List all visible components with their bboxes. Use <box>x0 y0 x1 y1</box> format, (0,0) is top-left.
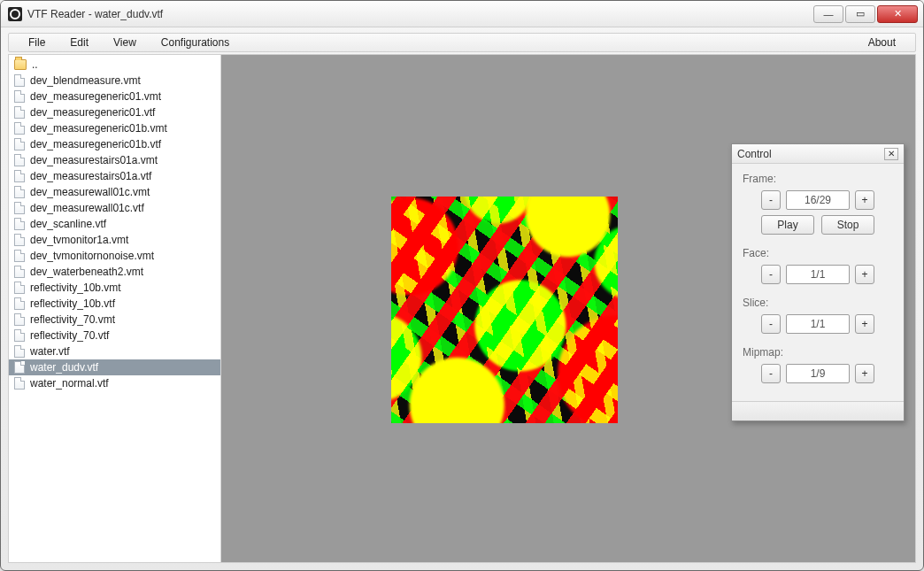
window-buttons: — ▭ ✕ <box>813 5 918 23</box>
mipmap-group: Mipmap: - 1/9 + <box>743 346 893 383</box>
file-item[interactable]: water.vtf <box>9 343 220 359</box>
file-item-label: dev_measurewall01c.vtf <box>30 202 144 214</box>
maximize-button[interactable]: ▭ <box>845 5 875 23</box>
menu-edit[interactable]: Edit <box>58 35 101 50</box>
file-icon <box>14 74 25 87</box>
file-item[interactable]: reflectivity_70.vmt <box>9 312 220 328</box>
control-panel-title: Control <box>737 148 772 160</box>
control-panel-close[interactable]: ✕ <box>884 148 898 160</box>
file-icon <box>14 377 25 390</box>
file-icon <box>14 313 25 326</box>
face-group: Face: - 1/1 + <box>743 247 893 284</box>
file-icon <box>14 250 25 262</box>
window-frame: VTF Reader - water_dudv.vtf — ▭ ✕ File E… <box>0 0 924 571</box>
file-icon <box>14 90 25 103</box>
file-item[interactable]: reflectivity_10b.vtf <box>9 296 220 312</box>
menu-about[interactable]: About <box>856 35 908 50</box>
texture-viewport: Control ✕ Frame: - 16/29 + Play Stop <box>221 55 915 562</box>
mipmap-value[interactable]: 1/9 <box>786 364 850 383</box>
slice-increment[interactable]: + <box>855 314 874 334</box>
mipmap-label: Mipmap: <box>743 346 893 359</box>
file-item[interactable]: reflectivity_70.vtf <box>9 328 220 343</box>
file-item-label: water.vtf <box>30 345 70 358</box>
slice-label: Slice: <box>743 297 893 309</box>
menu-config[interactable]: Configurations <box>149 35 242 50</box>
file-icon <box>14 106 25 119</box>
file-item-label: dev_waterbeneath2.vmt <box>30 266 143 278</box>
face-decrement[interactable]: - <box>761 265 781 284</box>
close-button[interactable]: ✕ <box>877 5 918 23</box>
file-item-label: reflectivity_10b.vtf <box>30 297 115 310</box>
file-item-label: dev_measuregeneric01b.vtf <box>30 138 161 150</box>
file-icon <box>14 154 25 166</box>
file-item[interactable]: dev_measurewall01c.vmt <box>9 184 220 200</box>
menu-file[interactable]: File <box>16 35 58 50</box>
menu-bar: File Edit View Configurations About <box>8 33 916 52</box>
file-item[interactable]: dev_scanline.vtf <box>9 216 220 232</box>
file-icon <box>14 282 25 294</box>
file-icon <box>14 138 25 150</box>
face-value[interactable]: 1/1 <box>786 265 850 284</box>
file-item[interactable]: dev_tvmonitornonoise.vmt <box>9 248 220 264</box>
frame-group: Frame: - 16/29 + Play Stop <box>743 173 893 235</box>
file-icon <box>14 297 25 310</box>
file-item[interactable]: dev_measurestairs01a.vtf <box>9 168 220 184</box>
file-item[interactable]: dev_blendmeasure.vmt <box>9 73 220 89</box>
file-icon <box>14 329 25 342</box>
file-item-label: dev_measuregeneric01.vmt <box>30 90 161 103</box>
mipmap-increment[interactable]: + <box>855 364 874 383</box>
file-item[interactable]: dev_measuregeneric01b.vtf <box>9 136 220 152</box>
file-item[interactable]: water_normal.vtf <box>9 375 220 391</box>
title-bar: VTF Reader - water_dudv.vtf — ▭ ✕ <box>1 1 923 27</box>
file-item[interactable]: reflectivity_10b.vmt <box>9 280 220 296</box>
control-panel-title-bar[interactable]: Control ✕ <box>732 144 904 164</box>
file-item-label: reflectivity_70.vtf <box>30 329 109 342</box>
file-icon <box>14 202 25 214</box>
file-item-label: dev_measurestairs01a.vmt <box>30 154 158 166</box>
file-item[interactable]: dev_waterbeneath2.vmt <box>9 264 220 280</box>
file-item-label: dev_tvmonitor1a.vmt <box>30 234 128 246</box>
file-item-label: dev_measuregeneric01.vtf <box>30 106 155 119</box>
mipmap-decrement[interactable]: - <box>761 364 781 383</box>
file-item[interactable]: dev_measuregeneric01b.vmt <box>9 120 220 136</box>
stop-button[interactable]: Stop <box>821 215 874 235</box>
parent-folder[interactable]: .. <box>9 57 220 73</box>
file-icon <box>14 266 25 278</box>
file-item-label: dev_measurewall01c.vmt <box>30 186 150 198</box>
file-icon <box>14 234 25 246</box>
file-item[interactable]: dev_tvmonitor1a.vmt <box>9 232 220 248</box>
frame-increment[interactable]: + <box>855 190 874 210</box>
parent-folder-label: .. <box>32 58 38 71</box>
frame-value[interactable]: 16/29 <box>786 190 850 210</box>
slice-value[interactable]: 1/1 <box>786 314 850 334</box>
file-item[interactable]: dev_measurestairs01a.vmt <box>9 152 220 168</box>
file-item-label: dev_measuregeneric01b.vmt <box>30 122 167 135</box>
file-tree[interactable]: .. dev_blendmeasure.vmtdev_measuregeneri… <box>9 55 221 562</box>
slice-group: Slice: - 1/1 + <box>743 297 893 334</box>
play-button[interactable]: Play <box>761 215 814 235</box>
control-panel[interactable]: Control ✕ Frame: - 16/29 + Play Stop <box>731 143 905 421</box>
file-icon <box>14 218 25 230</box>
file-item-label: water_dudv.vtf <box>30 361 98 374</box>
file-item[interactable]: dev_measurewall01c.vtf <box>9 200 220 216</box>
face-increment[interactable]: + <box>855 265 874 284</box>
file-icon <box>14 186 25 198</box>
window-title: VTF Reader - water_dudv.vtf <box>27 8 163 20</box>
minimize-button[interactable]: — <box>813 5 843 23</box>
file-item-label: reflectivity_10b.vmt <box>30 282 121 294</box>
frame-label: Frame: <box>743 173 893 185</box>
frame-decrement[interactable]: - <box>761 190 781 210</box>
file-item[interactable]: water_dudv.vtf <box>9 359 220 375</box>
control-panel-body: Frame: - 16/29 + Play Stop Face: <box>732 164 904 401</box>
file-icon <box>14 361 25 374</box>
menu-view[interactable]: View <box>101 35 149 50</box>
file-item-label: water_normal.vtf <box>30 377 109 390</box>
slice-decrement[interactable]: - <box>761 314 781 334</box>
texture-preview <box>391 197 618 423</box>
face-label: Face: <box>743 247 893 259</box>
folder-icon <box>14 59 27 70</box>
file-item[interactable]: dev_measuregeneric01.vtf <box>9 104 220 120</box>
file-item[interactable]: dev_measuregeneric01.vmt <box>9 89 220 104</box>
file-item-label: dev_scanline.vtf <box>30 218 106 230</box>
file-item-label: dev_measurestairs01a.vtf <box>30 170 151 182</box>
